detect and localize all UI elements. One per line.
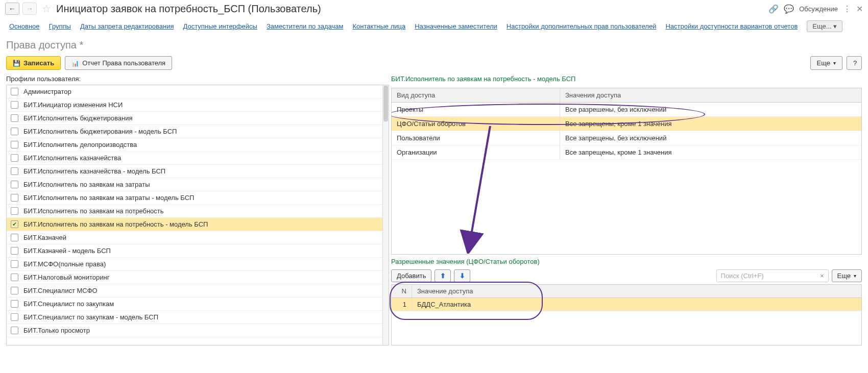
checkbox[interactable] — [11, 300, 18, 308]
checkbox[interactable] — [11, 287, 18, 294]
profile-row[interactable]: БИТ.Казначей - модель БСП — [7, 244, 389, 258]
save-button[interactable]: Записать — [6, 56, 61, 70]
checkbox[interactable] — [11, 154, 18, 162]
back-button[interactable]: ← — [5, 3, 19, 15]
access-value: Все разрешены, без исключений — [560, 103, 861, 116]
checkbox[interactable] — [11, 141, 18, 148]
discuss-icon[interactable]: 💬 — [784, 4, 794, 14]
profile-row[interactable]: БИТ.Исполнитель делопроизводства — [7, 138, 389, 152]
profile-row[interactable]: БИТ.Исполнитель по заявкам на затраты - … — [7, 191, 389, 205]
profile-row[interactable]: БИТ.Инициатор изменения НСИ — [7, 98, 389, 112]
checkbox[interactable] — [11, 260, 18, 268]
profile-label: БИТ.Исполнитель по заявкам на затраты — [23, 181, 150, 188]
close-icon[interactable]: ✕ — [856, 4, 863, 14]
access-row[interactable]: ЦФО/Статьи оборотовВсе запрещены, кроме … — [392, 117, 861, 131]
nav-link[interactable]: Основное — [9, 22, 40, 30]
more-button[interactable]: Еще — [810, 56, 842, 70]
profiles-grid[interactable]: АдминистраторБИТ.Инициатор изменения НСИ… — [6, 85, 389, 345]
checkbox[interactable] — [11, 247, 18, 255]
profile-row[interactable]: БИТ.Специалист МСФО — [7, 284, 389, 297]
checkbox[interactable] — [11, 194, 18, 202]
profile-label: БИТ.Исполнитель бюджетирования — [23, 114, 133, 122]
access-type: ЦФО/Статьи оборотов — [392, 117, 560, 131]
profile-row[interactable]: БИТ.Только просмотр — [7, 324, 389, 337]
nav-link[interactable]: Назначенные заместители — [415, 22, 497, 30]
nav-link[interactable]: Даты запрета редактирования — [80, 22, 174, 30]
row-number: 1 — [392, 298, 412, 311]
move-down-button[interactable]: ⬇ — [454, 269, 470, 282]
access-value: Все запрещены, кроме 1 значения — [560, 145, 861, 159]
page-title: Инициатор заявок на потребность_БСП (Пол… — [56, 3, 765, 15]
access-type: Проекты — [392, 103, 560, 116]
nav-link[interactable]: Контактные лица — [352, 22, 405, 30]
access-row[interactable]: ОрганизацииВсе запрещены, кроме 1 значен… — [392, 145, 861, 160]
access-row[interactable]: ПользователиВсе запрещены, без исключени… — [392, 131, 861, 145]
checkbox[interactable] — [11, 114, 18, 122]
nav-tabs: Основное Группы Даты запрета редактирова… — [0, 17, 868, 37]
checkbox[interactable] — [11, 273, 18, 281]
access-value: Все запрещены, без исключений — [560, 131, 861, 145]
favorite-star-icon[interactable]: ☆ — [42, 3, 51, 15]
forward-button[interactable]: → — [22, 3, 37, 15]
help-button[interactable]: ? — [847, 56, 862, 70]
profile-row[interactable]: БИТ.Налоговый мониторинг — [7, 271, 389, 284]
profile-label: Администратор — [23, 88, 71, 95]
allowed-row[interactable]: 1БДДС_Атлантика — [392, 298, 861, 311]
access-grid[interactable]: Вид доступа Значения доступа ПроектыВсе … — [391, 88, 862, 255]
nav-more-button[interactable]: Еще... ▾ — [807, 20, 842, 32]
access-label: БИТ.Исполнитель по заявкам на потребност… — [391, 75, 862, 85]
nav-link[interactable]: Настройки дополнительных прав пользовате… — [507, 22, 657, 30]
profile-label: БИТ.Инициатор изменения НСИ — [23, 101, 123, 109]
nav-link[interactable]: Заместители по задачам — [267, 22, 344, 30]
checkbox[interactable] — [11, 207, 18, 215]
profile-row[interactable]: БИТ.Исполнитель по заявкам на затраты — [7, 178, 389, 191]
add-button[interactable]: Добавить — [391, 269, 431, 282]
profile-row[interactable]: БИТ.МСФО(полные права) — [7, 258, 389, 271]
checkbox[interactable] — [11, 167, 18, 175]
profile-label: БИТ.Исполнитель по заявкам на потребност… — [23, 207, 164, 215]
clear-search-icon[interactable]: × — [820, 272, 824, 280]
discuss-label[interactable]: Обсуждение — [799, 5, 838, 13]
access-row[interactable]: ПроектыВсе разрешены, без исключений — [392, 103, 861, 117]
arrow-up-icon: ⬆ — [440, 272, 446, 280]
profile-label: БИТ.Специалист МСФО — [23, 287, 98, 294]
checkbox[interactable] — [11, 181, 18, 188]
checkbox[interactable] — [11, 234, 18, 241]
nav-link[interactable]: Доступные интерфейсы — [183, 22, 257, 30]
checkbox[interactable] — [11, 88, 18, 95]
arrow-down-icon: ⬇ — [460, 272, 465, 280]
profile-label: БИТ.Казначей - модель БСП — [23, 247, 111, 255]
scrollbar[interactable] — [382, 85, 389, 345]
move-up-button[interactable]: ⬆ — [435, 269, 451, 282]
profile-label: БИТ.МСФО(полные права) — [23, 260, 106, 268]
profile-row[interactable]: БИТ.Исполнитель бюджетирования — [7, 112, 389, 125]
profile-row[interactable]: Администратор — [7, 85, 389, 98]
profile-row[interactable]: БИТ.Исполнитель казначейства — [7, 152, 389, 165]
allowed-more-button[interactable]: Еще — [832, 269, 862, 282]
profile-row[interactable]: БИТ.Казначей — [7, 231, 389, 244]
profile-row[interactable]: БИТ.Исполнитель казначейства - модель БС… — [7, 165, 389, 178]
search-input[interactable]: Поиск (Ctrl+F) × — [716, 269, 829, 282]
col-access-value: Значения доступа — [560, 88, 861, 102]
report-button[interactable]: Отчет Права пользователя — [65, 56, 172, 70]
checkbox[interactable] — [11, 327, 18, 334]
allowed-grid[interactable]: N Значение доступа 1БДДС_Атлантика — [391, 284, 862, 345]
kebab-icon[interactable]: ⋮ — [843, 4, 851, 14]
checkbox[interactable]: ✔ — [11, 220, 18, 228]
nav-link[interactable]: Группы — [49, 22, 71, 30]
nav-link[interactable]: Настройки доступности вариантов отчетов — [665, 22, 798, 30]
link-icon[interactable]: 🔗 — [768, 4, 779, 14]
checkbox[interactable] — [11, 101, 18, 109]
profile-row[interactable]: БИТ.Исполнитель по заявкам на потребност… — [7, 205, 389, 218]
col-n: N — [392, 285, 412, 297]
profile-row[interactable]: ✔БИТ.Исполнитель по заявкам на потребнос… — [7, 218, 389, 231]
col-access-value: Значение доступа — [412, 285, 861, 297]
checkbox[interactable] — [11, 313, 18, 321]
access-type: Организации — [392, 145, 560, 159]
profile-row[interactable]: БИТ.Специалист по закупкам — [7, 297, 389, 311]
row-value: БДДС_Атлантика — [412, 298, 861, 311]
access-value: Все запрещены, кроме 1 значения — [560, 117, 861, 131]
checkbox[interactable] — [11, 128, 18, 135]
profile-row[interactable]: БИТ.Исполнитель бюджетирования - модель … — [7, 125, 389, 138]
profile-row[interactable]: БИТ.Специалист по закупкам - модель БСП — [7, 311, 389, 324]
